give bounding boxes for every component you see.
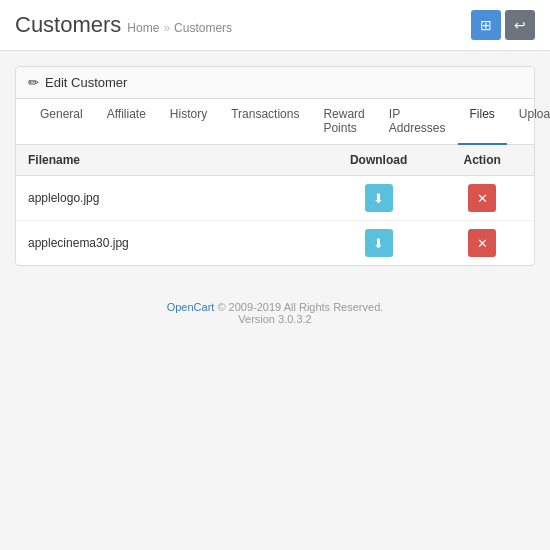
panel-heading: ✏ Edit Customer: [16, 67, 534, 99]
table-row: applecinema30.jpg⬇✕: [16, 221, 534, 266]
breadcrumb-sep: »: [163, 21, 170, 35]
cell-download: ⬇: [327, 176, 431, 221]
col-header-download: Download: [327, 145, 431, 176]
footer: OpenCart © 2009-2019 All Rights Reserved…: [0, 281, 550, 345]
customer-panel: ✏ Edit Customer General Affiliate Histor…: [15, 66, 535, 266]
cell-filename: applelogo.jpg: [16, 176, 327, 221]
tab-transactions[interactable]: Transactions: [219, 99, 311, 145]
col-header-action: Action: [430, 145, 534, 176]
tab-ip-addresses[interactable]: IP Addresses: [377, 99, 458, 145]
download-button[interactable]: ⬇: [365, 229, 393, 257]
tab-reward-points[interactable]: Reward Points: [311, 99, 376, 145]
delete-icon: ✕: [477, 236, 488, 251]
delete-button[interactable]: ✕: [468, 229, 496, 257]
tab-general[interactable]: General: [28, 99, 95, 145]
table-row: applelogo.jpg⬇✕: [16, 176, 534, 221]
edit-icon: ✏: [28, 75, 39, 90]
breadcrumb-home[interactable]: Home: [127, 21, 159, 35]
grid-icon: ⊞: [480, 17, 492, 33]
breadcrumb-current: Customers: [174, 21, 232, 35]
cell-action: ✕: [430, 176, 534, 221]
delete-icon: ✕: [477, 191, 488, 206]
page-title: Customers: [15, 12, 121, 38]
tab-affiliate[interactable]: Affiliate: [95, 99, 158, 145]
grid-button[interactable]: ⊞: [471, 10, 501, 40]
tab-upload[interactable]: Upload: [507, 99, 550, 145]
download-icon: ⬇: [373, 236, 384, 251]
col-header-filename: Filename: [16, 145, 327, 176]
version-text: Version 3.0.3.2: [20, 313, 530, 325]
files-table: Filename Download Action applelogo.jpg⬇✕…: [16, 145, 534, 265]
opencart-link[interactable]: OpenCart: [167, 301, 215, 313]
tabs-bar: General Affiliate History Transactions R…: [16, 99, 534, 145]
download-icon: ⬇: [373, 191, 384, 206]
download-button[interactable]: ⬇: [365, 184, 393, 212]
cell-download: ⬇: [327, 221, 431, 266]
tab-files[interactable]: Files: [458, 99, 507, 145]
table-header-row: Filename Download Action: [16, 145, 534, 176]
panel-body: Filename Download Action applelogo.jpg⬇✕…: [16, 145, 534, 265]
breadcrumb: Home » Customers: [127, 21, 232, 35]
cell-action: ✕: [430, 221, 534, 266]
back-button[interactable]: ↩: [505, 10, 535, 40]
copyright-text: © 2009-2019 All Rights Reserved.: [214, 301, 383, 313]
top-actions: ⊞ ↩: [471, 10, 535, 40]
cell-filename: applecinema30.jpg: [16, 221, 327, 266]
panel-title: Edit Customer: [45, 75, 127, 90]
delete-button[interactable]: ✕: [468, 184, 496, 212]
tab-history[interactable]: History: [158, 99, 219, 145]
back-icon: ↩: [514, 17, 526, 33]
